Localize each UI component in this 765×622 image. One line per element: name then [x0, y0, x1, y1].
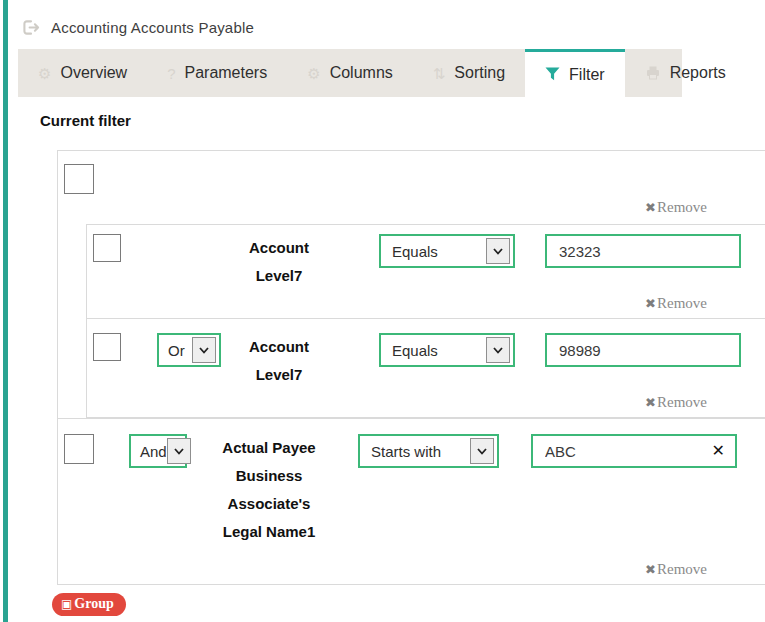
export-arrow-icon	[22, 19, 41, 36]
group-checkbox[interactable]	[64, 164, 94, 194]
remove-row-link[interactable]: ✖Remove	[645, 295, 707, 312]
tab-label: Overview	[60, 64, 127, 82]
remove-label: Remove	[657, 295, 707, 312]
field-name-label: Actual Payee Business Associate's Legal …	[219, 434, 319, 546]
remove-label: Remove	[657, 199, 707, 216]
remove-row-link[interactable]: ✖Remove	[645, 394, 707, 411]
left-accent-bar	[3, 0, 8, 622]
chevron-down-icon	[167, 438, 191, 464]
row-checkbox[interactable]	[64, 434, 94, 464]
tab-sorting[interactable]: ⇅ Sorting	[413, 49, 525, 97]
remove-row-link[interactable]: ✖Remove	[645, 561, 707, 578]
filter-row: Account Level7 Equals	[87, 225, 765, 290]
operator-value: Equals	[392, 243, 438, 260]
tab-reports[interactable]: Reports	[625, 49, 746, 97]
logo-mark-icon: ▣	[61, 598, 72, 610]
remove-x-icon: ✖	[645, 200, 656, 215]
conjunction-value: Or	[168, 342, 185, 359]
tab-label: Sorting	[454, 64, 505, 82]
field-name-label: Account Level7	[229, 333, 329, 389]
page: Accounting Accounts Payable ⚙ Overview ?…	[0, 0, 765, 622]
gears-icon: ⚙	[38, 66, 51, 81]
remove-x-icon: ✖	[645, 395, 656, 410]
logo-text: Group	[74, 596, 113, 612]
filter-value-input[interactable]	[545, 234, 741, 268]
clear-input-icon[interactable]: ✕	[712, 441, 725, 461]
row-checkbox[interactable]	[93, 333, 121, 361]
tab-overview[interactable]: ⚙ Overview	[18, 49, 147, 97]
filter-value-input[interactable]	[545, 333, 741, 367]
tab-label: Filter	[569, 66, 605, 84]
filter-value-input[interactable]	[531, 434, 737, 468]
remove-group-link[interactable]: ✖Remove	[645, 199, 707, 216]
sort-icon: ⇅	[433, 66, 446, 81]
conjunction-value: And	[140, 443, 167, 460]
filter-subgroup: Account Level7 Equals ✖Remove	[86, 224, 765, 418]
printer-icon	[645, 65, 661, 82]
operator-select[interactable]: Equals	[379, 234, 515, 268]
conjunction-placeholder	[157, 234, 221, 268]
filter-row: And Actual Payee Business Associate's Le…	[58, 418, 765, 546]
chevron-down-icon	[470, 438, 494, 464]
tab-label: Columns	[330, 64, 393, 82]
chevron-down-icon	[192, 337, 216, 363]
field-name-label: Account Level7	[229, 234, 329, 290]
page-title: Accounting Accounts Payable	[51, 19, 254, 36]
tab-label: Parameters	[184, 64, 267, 82]
remove-label: Remove	[657, 394, 707, 411]
tab-columns[interactable]: ⚙ Columns	[287, 49, 413, 97]
gears-icon: ⚙	[307, 66, 320, 81]
chevron-down-icon	[486, 337, 510, 363]
current-filter-heading: Current filter	[40, 112, 765, 129]
remove-label: Remove	[657, 561, 707, 578]
funnel-icon	[545, 67, 560, 83]
remove-x-icon: ✖	[645, 296, 656, 311]
group-logo: ▣ Group	[52, 593, 126, 616]
tab-label: Reports	[670, 64, 726, 82]
filter-row: Or Account Level7 Equals	[87, 318, 765, 389]
header: Accounting Accounts Payable	[0, 0, 765, 36]
operator-select[interactable]: Equals	[379, 333, 515, 367]
operator-value: Starts with	[371, 443, 441, 460]
operator-select[interactable]: Starts with	[358, 434, 499, 468]
conjunction-select[interactable]: And	[129, 434, 187, 468]
row-checkbox[interactable]	[93, 234, 121, 262]
chevron-down-icon	[486, 238, 510, 264]
tab-filter[interactable]: Filter	[525, 49, 625, 97]
operator-value: Equals	[392, 342, 438, 359]
tab-bar: ⚙ Overview ? Parameters ⚙ Columns ⇅ Sort…	[18, 49, 682, 97]
filter-group: ✖Remove Account Level7 Equals	[57, 150, 765, 585]
remove-x-icon: ✖	[645, 562, 656, 577]
tab-parameters[interactable]: ? Parameters	[147, 49, 287, 97]
question-icon: ?	[167, 66, 175, 81]
conjunction-select[interactable]: Or	[157, 333, 221, 367]
